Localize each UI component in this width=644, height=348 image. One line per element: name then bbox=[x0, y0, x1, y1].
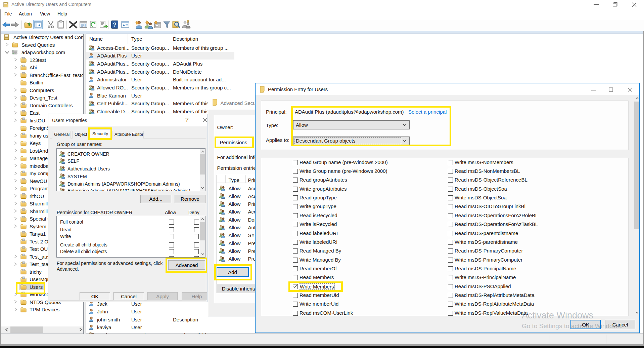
svg-text:?: ? bbox=[113, 22, 116, 28]
